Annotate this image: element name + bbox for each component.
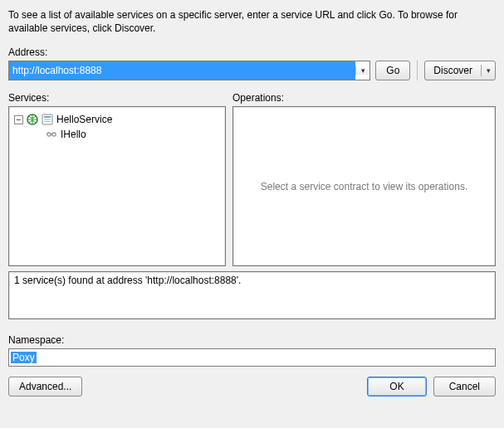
tree-node-label: IHello bbox=[61, 129, 86, 140]
advanced-button[interactable]: Advanced... bbox=[8, 377, 82, 396]
discover-dropdown[interactable]: ▾ bbox=[482, 66, 495, 75]
status-box: 1 service(s) found at address 'http://lo… bbox=[8, 271, 496, 319]
namespace-label: Namespace: bbox=[8, 334, 496, 346]
svg-point-6 bbox=[52, 133, 56, 136]
tree-node-root[interactable]: − HelloService bbox=[12, 112, 222, 127]
separator bbox=[417, 61, 418, 80]
tree-node-child[interactable]: IHello bbox=[12, 127, 222, 142]
intro-text: To see a list of available services on a… bbox=[8, 8, 496, 35]
namespace-input[interactable]: Poxy bbox=[8, 348, 496, 367]
ok-button[interactable]: OK bbox=[367, 377, 426, 396]
contract-icon bbox=[46, 129, 57, 140]
services-tree[interactable]: − HelloService IHello bbox=[8, 106, 226, 266]
go-button[interactable]: Go bbox=[375, 61, 410, 80]
cancel-button[interactable]: Cancel bbox=[433, 377, 496, 396]
svg-rect-4 bbox=[44, 121, 51, 122]
operations-list[interactable]: Select a service contract to view its op… bbox=[232, 106, 496, 266]
status-text: 1 service(s) found at address 'http://lo… bbox=[14, 275, 241, 286]
operations-label: Operations: bbox=[232, 92, 496, 104]
namespace-value[interactable]: Poxy bbox=[11, 352, 37, 363]
svg-point-5 bbox=[47, 133, 51, 136]
svg-rect-3 bbox=[44, 119, 51, 120]
service-icon bbox=[42, 114, 53, 125]
discover-button[interactable]: Discover bbox=[425, 65, 482, 76]
tree-node-label: HelloService bbox=[56, 114, 112, 125]
chevron-down-icon: ▾ bbox=[487, 66, 491, 75]
globe-icon bbox=[27, 114, 38, 125]
operations-empty-text: Select a service contract to view its op… bbox=[233, 107, 495, 265]
tree-collapse-toggle[interactable]: − bbox=[14, 115, 23, 124]
chevron-down-icon: ▾ bbox=[361, 66, 365, 75]
address-label: Address: bbox=[8, 46, 496, 58]
address-combobox[interactable]: http://localhost:8888 ▾ bbox=[8, 61, 370, 80]
address-value[interactable]: http://localhost:8888 bbox=[9, 61, 355, 80]
discover-split-button[interactable]: Discover ▾ bbox=[424, 61, 496, 80]
svg-rect-2 bbox=[44, 116, 51, 118]
address-dropdown-button[interactable]: ▾ bbox=[355, 66, 369, 75]
services-label: Services: bbox=[8, 92, 226, 104]
